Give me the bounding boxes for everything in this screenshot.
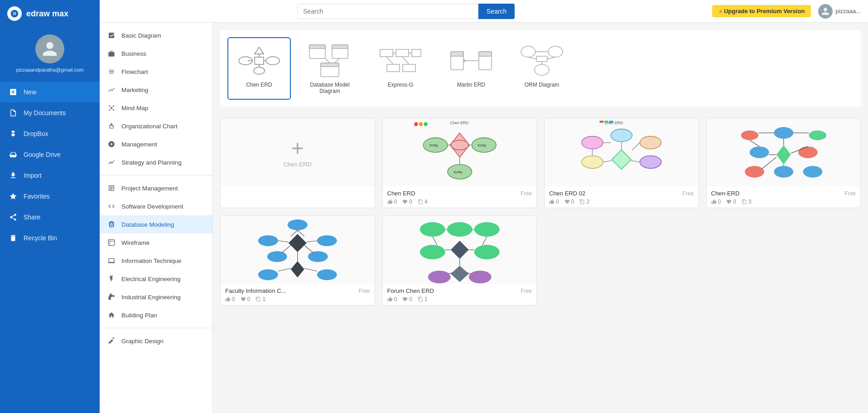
svg-line-8 bbox=[110, 108, 111, 109]
sidebar-item-favorites[interactable]: Favorites bbox=[0, 186, 100, 207]
svg-line-113 bbox=[307, 241, 317, 242]
industrial-icon bbox=[107, 292, 116, 301]
mid-nav-graphic-design[interactable]: Graphic Design bbox=[100, 332, 212, 350]
template-card-chen-erd-02[interactable]: Chen ERD bbox=[544, 118, 699, 208]
sidebar-item-import[interactable]: Import bbox=[0, 165, 100, 186]
mid-nav-label-graphic-design: Graphic Design bbox=[121, 338, 164, 345]
mid-nav-marketing[interactable]: Marketing bbox=[100, 81, 212, 99]
svg-point-19 bbox=[254, 67, 265, 74]
svg-point-108 bbox=[258, 269, 278, 280]
search-input[interactable] bbox=[297, 4, 478, 19]
stat-loves-1: 0 bbox=[402, 199, 412, 205]
mid-nav-database-modeling[interactable]: Database Modeling bbox=[100, 215, 212, 233]
mid-nav-strategy[interactable]: Strategy and Planning bbox=[100, 153, 212, 171]
template-types-row: Chen ERD bbox=[220, 30, 861, 107]
svg-point-89 bbox=[745, 166, 764, 178]
mid-nav-electrical-engineering[interactable]: Electrical Engineering bbox=[100, 270, 212, 288]
sidebar-item-label-favorites: Favorites bbox=[24, 193, 50, 200]
mid-nav-information-technique[interactable]: Information Technique bbox=[100, 252, 212, 270]
express-g-preview bbox=[378, 43, 423, 79]
svg-rect-39 bbox=[451, 52, 463, 56]
building-plan-icon bbox=[107, 311, 116, 320]
svg-line-7 bbox=[112, 108, 113, 109]
mid-nav-industrial-engineering[interactable]: Industrial Engineering bbox=[100, 288, 212, 306]
template-card-forum-chen-erd-free: Free bbox=[521, 288, 532, 294]
mid-nav-organizational-chart[interactable]: Organizational Chart bbox=[100, 117, 212, 135]
svg-point-88 bbox=[774, 166, 793, 178]
svg-point-90 bbox=[803, 166, 822, 178]
svg-line-28 bbox=[334, 58, 340, 63]
template-card-chen-erd-02-name-row: Chen ERD 02 Free bbox=[549, 190, 694, 197]
template-card-chen-erd-02-footer: Chen ERD 02 Free 0 0 bbox=[545, 186, 699, 208]
svg-point-73 bbox=[611, 129, 632, 142]
template-type-martin-erd[interactable]: Martin ERD bbox=[439, 37, 503, 100]
template-card-chen-erd-1[interactable]: Chen ERD bbox=[382, 118, 537, 208]
topbar-avatar[interactable] bbox=[818, 4, 833, 19]
mid-nav-management[interactable]: Management bbox=[100, 135, 212, 153]
mid-nav-project-management[interactable]: Project Management bbox=[100, 179, 212, 197]
info-technique-icon bbox=[107, 256, 116, 265]
template-card-new[interactable]: + Chen ERD bbox=[220, 118, 375, 208]
svg-line-51 bbox=[547, 57, 555, 59]
template-type-orm[interactable]: ORM Diagram bbox=[510, 37, 574, 100]
svg-line-114 bbox=[282, 245, 291, 253]
recycle-bin-icon bbox=[8, 233, 18, 243]
mid-nav-label-strategy: Strategy and Planning bbox=[121, 159, 182, 166]
svg-point-61 bbox=[451, 140, 468, 150]
mid-nav-flowchart[interactable]: Flowchart bbox=[100, 63, 212, 81]
mid-nav-label-flowchart: Flowchart bbox=[121, 68, 148, 75]
mid-nav-basic-diagram[interactable]: Basic Diagram bbox=[100, 26, 212, 44]
mid-nav-software-development[interactable]: Software Development bbox=[100, 197, 212, 215]
templates-area: Chen ERD bbox=[213, 23, 868, 413]
svg-line-82 bbox=[603, 160, 612, 162]
sidebar-item-dropbox[interactable]: DropBox bbox=[0, 123, 100, 144]
template-card-faculty-info[interactable]: Faculty Information C... Free 0 0 bbox=[220, 215, 375, 306]
svg-marker-87 bbox=[776, 145, 791, 165]
stat-copies-1: 4 bbox=[418, 199, 428, 205]
mid-nav-label-business: Business bbox=[121, 50, 146, 57]
template-type-chen-erd-label: Chen ERD bbox=[246, 82, 272, 88]
svg-point-14 bbox=[266, 57, 280, 65]
search-button[interactable]: Search bbox=[478, 4, 515, 19]
mid-navigation: Basic Diagram Business Flowchart Marketi… bbox=[100, 23, 213, 413]
template-type-database-model[interactable]: Database Model Diagram bbox=[298, 37, 362, 100]
template-card-chen-erd-3[interactable]: Chen-ERD Free 0 0 bbox=[706, 118, 861, 208]
stat-likes-1: 0 bbox=[387, 199, 397, 205]
sidebar-item-share[interactable]: Share bbox=[0, 207, 100, 228]
mid-nav-building-plan[interactable]: Building Plan bbox=[100, 306, 212, 324]
svg-line-95 bbox=[749, 140, 759, 146]
svg-point-109 bbox=[317, 269, 337, 280]
main-area: Search Upgrade to Premium Version pizzaa… bbox=[100, 0, 868, 413]
basic-diagram-icon bbox=[107, 31, 116, 40]
sidebar-item-recycle-bin[interactable]: Recycle Bin bbox=[0, 228, 100, 248]
template-type-express-g[interactable]: Express-G bbox=[369, 37, 432, 100]
mid-nav-business[interactable]: Business bbox=[100, 44, 212, 63]
sidebar-item-my-documents[interactable]: My Documents bbox=[0, 102, 100, 123]
svg-point-1 bbox=[113, 105, 114, 107]
dropbox-icon bbox=[8, 129, 18, 139]
sidebar-item-google-drive[interactable]: Google Drive bbox=[0, 144, 100, 165]
svg-rect-13 bbox=[255, 57, 264, 64]
template-card-chen-erd-1-img: Chen ERD bbox=[383, 118, 537, 186]
content-area: Basic Diagram Business Flowchart Marketi… bbox=[100, 23, 868, 413]
svg-point-3 bbox=[113, 109, 114, 111]
template-card-faculty-info-img bbox=[221, 216, 375, 284]
svg-text:Entity: Entity bbox=[429, 143, 438, 147]
mid-nav-wireframe[interactable]: Wireframe bbox=[100, 233, 212, 252]
template-type-chen-erd[interactable]: Chen ERD bbox=[227, 37, 291, 100]
upgrade-button[interactable]: Upgrade to Premium Version bbox=[712, 5, 811, 17]
business-icon bbox=[107, 49, 116, 58]
svg-rect-24 bbox=[332, 45, 348, 49]
template-card-faculty-info-name: Faculty Information C... bbox=[225, 287, 286, 294]
sidebar-item-new[interactable]: New bbox=[0, 82, 100, 102]
template-card-forum-chen-erd[interactable]: Forum Chen ERD Free 0 0 bbox=[382, 215, 537, 306]
mid-nav-mind-map[interactable]: Mind Map bbox=[100, 99, 212, 117]
import-icon bbox=[8, 170, 18, 180]
svg-point-119 bbox=[420, 222, 445, 237]
mid-nav-label-electrical-engineering: Electrical Engineering bbox=[121, 276, 181, 282]
svg-point-47 bbox=[535, 64, 549, 75]
wireframe-icon bbox=[107, 238, 116, 247]
svg-point-2 bbox=[109, 105, 110, 107]
template-card-forum-chen-erd-stats: 0 0 1 bbox=[387, 296, 532, 302]
template-card-forum-chen-erd-footer: Forum Chen ERD Free 0 0 bbox=[383, 284, 537, 305]
